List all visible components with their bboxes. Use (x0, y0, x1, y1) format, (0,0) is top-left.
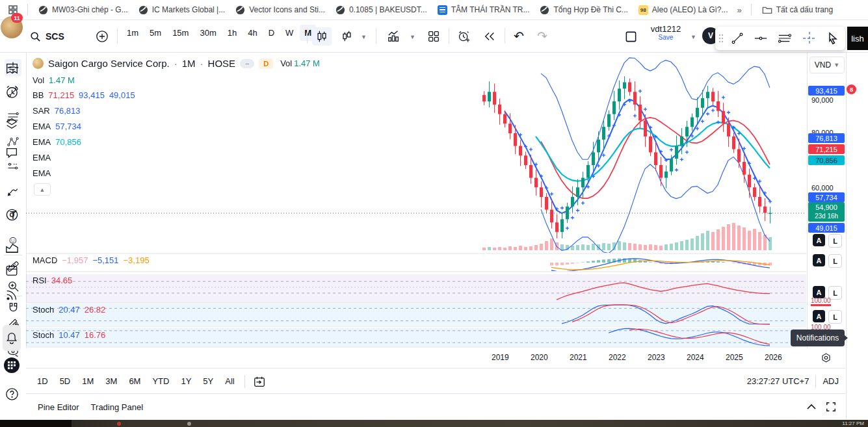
ema-legend-row[interactable]: EMA 57,734 (33, 122, 81, 131)
log-scale-button[interactable]: L (828, 310, 842, 324)
bookmark-item[interactable]: Vector Icons and Sti... (231, 3, 329, 17)
pine-editor-tab[interactable]: Pine Editor (38, 402, 79, 412)
candles-icon[interactable] (312, 27, 332, 45)
panel-chevron-up-icon[interactable] (806, 404, 817, 410)
rsi-legend-row[interactable]: RSI 34.65 (33, 276, 72, 285)
cross-line-icon[interactable] (798, 29, 821, 48)
range-5d[interactable]: 5D (54, 373, 77, 389)
indicators-icon[interactable] (384, 27, 404, 45)
symbol-search-button[interactable]: SCS (30, 27, 82, 45)
cursor-icon[interactable] (823, 29, 843, 48)
range-ytd[interactable]: YTD (146, 373, 175, 389)
interval-1m[interactable]: 1m (122, 25, 143, 41)
stoch-legend-row[interactable]: Stoch 10.47 16.76 (33, 330, 105, 340)
indicator-label: SAR (33, 106, 50, 116)
range-1d[interactable]: 1D (31, 373, 54, 389)
stoch-legend-row[interactable]: Stoch 20.47 26.82 (33, 305, 105, 315)
layout-grid-icon[interactable] (424, 27, 443, 45)
log-scale-button[interactable]: L (828, 254, 842, 268)
ema-legend-row[interactable]: EMA 70,856 (33, 137, 81, 147)
interval-30m[interactable]: 30m (195, 25, 220, 41)
go-to-date-icon[interactable] (253, 375, 266, 388)
bookmark-item[interactable]: 0.1085 | BAKEUSDT... (332, 3, 431, 17)
interval-D[interactable]: D (264, 25, 279, 41)
symbol-title[interactable]: Saigon Cargo Service Corp. (48, 58, 170, 69)
calendar-icon[interactable] (3, 261, 21, 279)
interval-4h[interactable]: 4h (243, 25, 261, 41)
indicator-value: 57,734 (55, 122, 81, 131)
help-icon[interactable] (3, 385, 21, 403)
symbol-interval[interactable]: 1M (182, 58, 196, 69)
replay-icon[interactable] (480, 27, 499, 45)
bookmark-item[interactable]: IC Markets Global |... (135, 3, 229, 17)
trend-line-icon[interactable] (727, 29, 748, 48)
layout-name-button[interactable]: vdt1212 Save (646, 24, 686, 41)
symbol-exchange[interactable]: HOSE (208, 58, 236, 69)
parallel-channel-icon[interactable] (774, 29, 796, 48)
sar-legend-row[interactable]: SAR 76,813 (33, 106, 81, 116)
dividends-chip[interactable]: D (259, 58, 273, 69)
undo-icon[interactable]: ↶ (510, 26, 528, 45)
range-1m[interactable]: 1M (76, 373, 99, 389)
bookmark-item[interactable]: MW03-Ghi chép - G... (34, 3, 132, 17)
all-products-icon[interactable] (3, 356, 21, 374)
layout-single-icon[interactable] (621, 27, 640, 45)
all-bookmarks-button[interactable]: Tất cả dấu trang (758, 3, 837, 16)
alerts-clock-icon[interactable] (3, 83, 21, 101)
collapse-legend-button[interactable]: ▲ (34, 183, 51, 196)
time-axis[interactable]: 2019 2020 2021 2022 2023 2024 2025 2026 (26, 348, 845, 368)
ema-legend-row[interactable]: EMA (33, 168, 51, 178)
redo-icon[interactable]: ↷ (533, 26, 551, 45)
price-chart-canvas[interactable] (26, 53, 806, 348)
horizontal-line-icon[interactable] (750, 29, 771, 48)
range-1y[interactable]: 1Y (175, 373, 197, 389)
range-all[interactable]: All (219, 373, 240, 389)
trading-panel-tab[interactable]: Trading Panel (91, 402, 143, 412)
compare-add-icon[interactable] (93, 27, 111, 45)
save-button[interactable]: Save (646, 34, 686, 41)
auto-scale-button[interactable]: A (813, 310, 825, 322)
ideas-target-icon[interactable] (3, 205, 21, 224)
fullscreen-icon[interactable] (826, 402, 836, 412)
drag-handle-icon[interactable] (718, 33, 724, 44)
chevron-down-icon[interactable]: ▼ (690, 34, 696, 40)
alert-clock-icon[interactable] (454, 27, 473, 45)
os-taskbar[interactable]: 11:27 PM (0, 420, 868, 427)
chevron-down-icon[interactable]: ▼ (361, 34, 367, 40)
clock-utc[interactable]: 23:27:27 UTC+7 (747, 376, 809, 386)
range-3m[interactable]: 3M (99, 373, 123, 389)
doc-favicon (438, 5, 447, 15)
ema-legend-row[interactable]: EMA (33, 153, 51, 162)
chat-icon[interactable] (3, 144, 21, 162)
interval-5m[interactable]: 5m (145, 25, 166, 41)
chevron-down-icon[interactable]: ▼ (410, 34, 415, 40)
streams-icon[interactable] (3, 286, 21, 304)
currency-selector[interactable]: VND ▼ (809, 57, 845, 73)
brush-tool-icon[interactable] (5, 183, 21, 200)
bb-legend-row[interactable]: BB 71,215 93,415 49,015 (33, 90, 135, 100)
watchlist-icon[interactable] (3, 60, 21, 78)
macd-legend-row[interactable]: MACD −1,957 −5,151 −3,195 (33, 255, 150, 265)
interval-1h[interactable]: 1h (223, 25, 241, 41)
object-tree-layers-icon[interactable] (3, 114, 21, 133)
log-scale-button[interactable]: L (828, 234, 842, 248)
adj-toggle[interactable]: ADJ (822, 376, 839, 386)
range-5y[interactable]: 5Y (197, 373, 219, 389)
ideas-icon[interactable] (3, 240, 21, 258)
volume-legend-row[interactable]: Vol 1.47 M (33, 75, 75, 85)
bookmark-item[interactable]: TÂM THÁI TRẦN TR... (434, 3, 534, 17)
price-scale[interactable]: VND ▼ 90,000 80,000 60,000 93,415 76,813… (807, 53, 847, 348)
bookmarks-overflow-chevron[interactable]: » (735, 5, 744, 15)
auto-scale-button[interactable]: A (813, 234, 825, 246)
bookmark-item[interactable]: 98 Aleo (ALEO) Là Gì?... (635, 3, 732, 17)
hollow-candles-icon[interactable] (337, 27, 356, 45)
bookmark-item[interactable]: Tổng Hợp Đề Thi C... (536, 3, 631, 17)
chart-settings-gear-icon[interactable] (821, 352, 832, 363)
range-6m[interactable]: 6M (123, 373, 146, 389)
interval-W[interactable]: W (281, 25, 298, 41)
hide-legend-chip[interactable]: − (240, 59, 254, 68)
notifications-bell-icon[interactable] (3, 325, 21, 351)
interval-15m[interactable]: 15m (168, 25, 193, 41)
chevron-down-icon: ▼ (834, 62, 839, 68)
auto-scale-button[interactable]: A (813, 254, 825, 266)
